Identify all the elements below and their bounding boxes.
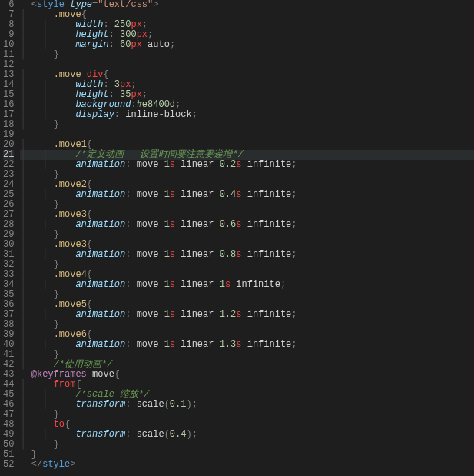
number: 0.4 (170, 429, 187, 440)
property: transform (75, 429, 125, 440)
property: margin (75, 39, 108, 50)
unit: s (170, 279, 175, 290)
selector: .move6 (54, 329, 87, 340)
property: animation (75, 249, 125, 260)
keyframe-selector: from (54, 379, 76, 390)
selector: .move4 (54, 269, 87, 280)
comment: /*使用动画*/ (54, 359, 113, 370)
code-line[interactable]: } (20, 450, 474, 460)
code-line[interactable]: │ } (20, 120, 474, 130)
comment: /*定义动画 设置时间要注意要递增*/ (75, 149, 243, 160)
number: 1 (164, 279, 170, 290)
number: 1 (164, 189, 170, 200)
selector: div (87, 69, 104, 80)
number: 1.3 (220, 339, 237, 350)
unit: s (170, 339, 175, 350)
unit: s (170, 219, 175, 230)
selector: .move1 (54, 139, 87, 150)
property: width (75, 19, 103, 30)
unit: s (170, 189, 175, 200)
code-line[interactable]: </style> (20, 460, 474, 470)
selector: .move5 (54, 299, 87, 310)
unit: s (170, 309, 175, 320)
number: 35 (120, 89, 131, 100)
number: 3 (114, 79, 120, 90)
number: 1.2 (220, 309, 237, 320)
unit: s (170, 249, 175, 260)
code-line[interactable]: │ │ transform: scale(0.4); (20, 430, 474, 440)
property: animation (75, 279, 125, 290)
code-line[interactable]: │ │ animation: move 1s linear 1s infinit… (20, 280, 474, 290)
code-line[interactable]: │ │ margin: 60px auto; (20, 40, 474, 50)
selector: .move3 (54, 209, 87, 220)
tag-name: style (42, 459, 70, 470)
attr-value: "text/css" (98, 0, 153, 10)
property: animation (75, 309, 125, 320)
unit: px (131, 19, 141, 30)
number: 1 (220, 279, 225, 290)
code-editor: 6789101112131415161718192021222324252627… (0, 0, 474, 476)
number: 300 (120, 29, 137, 40)
comment: /*scale-缩放*/ (75, 389, 149, 400)
code-line[interactable]: │ │ animation: move 1s linear 1.2s infin… (20, 310, 474, 320)
number: 1 (164, 339, 170, 350)
code-line[interactable]: │ │ animation: move 1s linear 0.8s infin… (20, 250, 474, 260)
code-line[interactable]: │ } (20, 50, 474, 60)
number: 1 (164, 159, 170, 170)
number: 0.2 (220, 159, 237, 170)
property: height (75, 29, 108, 40)
property: width (75, 79, 103, 90)
unit: s (170, 159, 175, 170)
property: transform (75, 399, 125, 410)
number: 0.6 (220, 219, 237, 230)
code-area[interactable]: <style type="text/css">│ .move{│ │ width… (20, 0, 474, 476)
code-line[interactable]: │ │ transform: scale(0.1); (20, 400, 474, 410)
number: 0.8 (220, 249, 237, 260)
selector: .move (54, 9, 81, 20)
keyframe-selector: to (54, 419, 65, 430)
code-line[interactable]: │ } (20, 440, 474, 450)
property: display (75, 109, 114, 120)
number: 1 (164, 249, 170, 260)
selector: .move2 (54, 179, 87, 190)
number: 0.4 (220, 189, 237, 200)
line-number: 52 (3, 460, 14, 470)
code-line[interactable]: │ │ animation: move 1s linear 1.3s infin… (20, 340, 474, 350)
unit: px (131, 39, 141, 50)
code-line[interactable]: │ │ display: inline-block; (20, 110, 474, 120)
number: 0.1 (170, 399, 187, 410)
unit: s (225, 279, 230, 290)
selector: .move (54, 69, 87, 80)
code-line[interactable]: │ │ animation: move 1s linear 0.6s infin… (20, 220, 474, 230)
line-number-gutter: 6789101112131415161718192021222324252627… (0, 0, 20, 476)
code-line[interactable]: <style type="text/css"> (20, 0, 474, 10)
at-rule: @keyframes (31, 369, 87, 380)
code-line[interactable]: @keyframes move{ (20, 370, 474, 380)
property: animation (75, 159, 125, 170)
selector: .move3 (54, 239, 87, 250)
property: animation (75, 339, 125, 350)
property: animation (75, 219, 125, 230)
code-line[interactable]: │ │ animation: move 1s linear 0.4s infin… (20, 190, 474, 200)
unit: px (137, 29, 148, 40)
number: 60 (120, 39, 131, 50)
code-line[interactable]: │ │ animation: move 1s linear 0.2s infin… (20, 160, 474, 170)
code-line[interactable]: │ } (20, 410, 474, 420)
unit: px (120, 79, 131, 90)
property: background (75, 99, 131, 110)
unit: px (131, 89, 141, 100)
number: 250 (114, 19, 131, 30)
hex-color: #e8400d (137, 99, 175, 110)
number: 1 (164, 219, 170, 230)
property: animation (75, 189, 125, 200)
property: height (75, 89, 108, 100)
number: 1 (164, 309, 170, 320)
